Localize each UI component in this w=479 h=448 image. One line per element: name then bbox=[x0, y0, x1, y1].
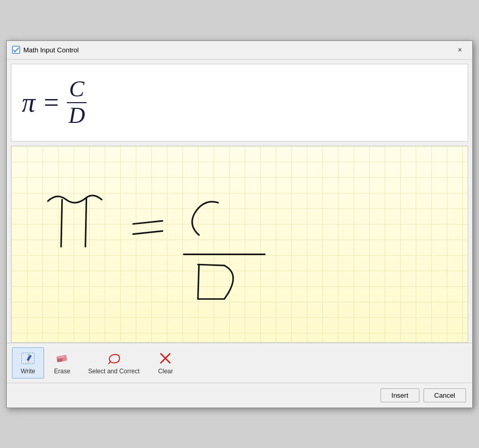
erase-icon bbox=[54, 351, 71, 366]
fraction-denominator: D bbox=[66, 103, 87, 128]
math-left-part: π = bbox=[22, 87, 60, 118]
write-button[interactable]: Write bbox=[12, 347, 44, 379]
handwriting-canvas[interactable] bbox=[11, 146, 468, 343]
math-preview-area: π = C D bbox=[11, 64, 468, 142]
cancel-button[interactable]: Cancel bbox=[424, 388, 466, 402]
clear-icon bbox=[157, 351, 174, 366]
select-and-correct-icon bbox=[106, 351, 122, 366]
math-input-dialog: Math Input Control × π = C D bbox=[6, 40, 473, 408]
fraction-numerator: C bbox=[67, 77, 86, 103]
erase-label: Erase bbox=[54, 368, 70, 375]
close-button[interactable]: × bbox=[453, 44, 467, 56]
title-bar-left: Math Input Control bbox=[12, 46, 79, 54]
tool-toolbar: Write Erase bbox=[7, 343, 472, 383]
action-bar: Insert Cancel bbox=[7, 383, 472, 408]
insert-button[interactable]: Insert bbox=[381, 388, 419, 402]
write-label: Write bbox=[21, 368, 35, 375]
clear-label: Clear bbox=[158, 368, 173, 375]
erase-button[interactable]: Erase bbox=[46, 347, 78, 379]
select-button[interactable]: Select and Correct bbox=[80, 347, 147, 379]
app-icon bbox=[12, 46, 20, 54]
math-fraction: C D bbox=[66, 77, 87, 128]
write-icon bbox=[20, 351, 36, 366]
math-rendered: π = C D bbox=[22, 77, 87, 128]
clear-button[interactable]: Clear bbox=[149, 347, 181, 379]
title-bar: Math Input Control × bbox=[7, 41, 472, 60]
handwriting-strokes bbox=[11, 146, 468, 342]
dialog-title: Math Input Control bbox=[23, 46, 79, 54]
select-label: Select and Correct bbox=[88, 368, 139, 375]
